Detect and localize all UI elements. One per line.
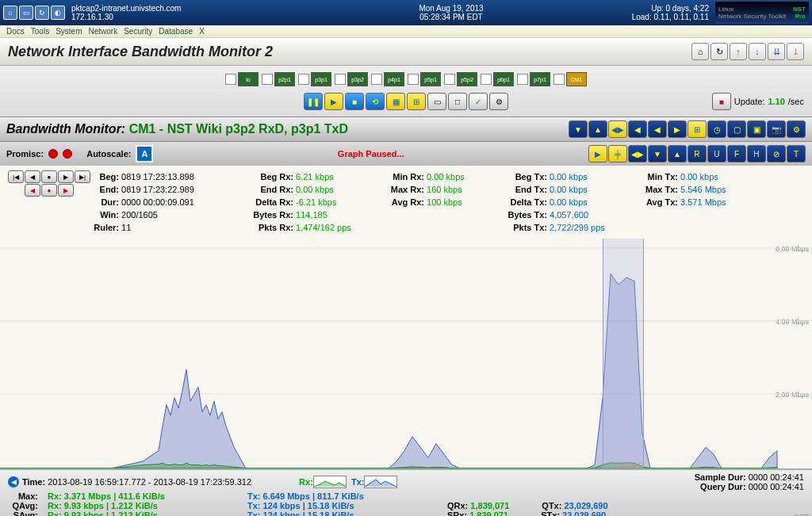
menu-system[interactable]: System bbox=[56, 27, 82, 36]
iface-check-p5p1[interactable] bbox=[408, 74, 419, 85]
iface-lo[interactable]: lo bbox=[238, 72, 259, 86]
date: Mon Aug 19, 2013 bbox=[419, 4, 483, 13]
nav-down-button[interactable]: ▼ bbox=[569, 120, 588, 138]
iface-p5p1[interactable]: p5p1 bbox=[420, 72, 441, 86]
zoom-fit-button[interactable]: ╪ bbox=[608, 145, 627, 162]
no-button[interactable]: ⊘ bbox=[767, 145, 786, 162]
stop-button[interactable]: ■ bbox=[345, 93, 364, 110]
reset-button[interactable]: ⟲ bbox=[366, 93, 385, 110]
menu-x[interactable]: X bbox=[199, 27, 205, 36]
zoom-selection[interactable]: ▲Z ▲T bbox=[603, 239, 644, 468]
grid-button[interactable]: ⊞ bbox=[407, 93, 426, 110]
menu-docs[interactable]: Docs bbox=[6, 27, 25, 36]
iface-check-CM1[interactable] bbox=[553, 74, 565, 85]
pad-red-r[interactable]: ▶ bbox=[58, 184, 74, 197]
paused-label: Graph Paused... bbox=[338, 149, 404, 159]
zoom-shrink-button[interactable]: ◀▶ bbox=[628, 145, 647, 162]
iface-check-lo[interactable] bbox=[225, 74, 236, 85]
refresh-icon[interactable]: ↻ bbox=[35, 6, 49, 20]
nav-frame-button[interactable]: ▣ bbox=[747, 120, 766, 138]
iface-check-p3p1[interactable] bbox=[298, 74, 309, 85]
uptime: Up: 0 days, 4:22 bbox=[632, 4, 709, 13]
zoom-up-button[interactable]: ▲ bbox=[668, 145, 687, 162]
last-icon[interactable]: ⤓ bbox=[787, 43, 804, 60]
iface-check-p2p1[interactable] bbox=[262, 74, 273, 85]
r-button[interactable]: R bbox=[688, 145, 707, 162]
iface-check-p5p2[interactable] bbox=[444, 74, 455, 85]
title-bar: Network Interface Bandwidth Monitor 2 ⌂ … bbox=[0, 38, 812, 66]
interface-selector: lop2p1p3p1p3p2p4p1p5p1p5p2p6p1p7p1CM1 bbox=[0, 69, 812, 90]
pad-c[interactable]: ● bbox=[41, 170, 57, 183]
iface-p3p1[interactable]: p3p1 bbox=[311, 72, 331, 86]
ip-address: 172.16.1.30 bbox=[71, 13, 181, 21]
time: 05:28:34 PM EDT bbox=[419, 13, 483, 21]
zoom-play-button[interactable]: ▶ bbox=[588, 145, 607, 162]
h-button[interactable]: H bbox=[747, 145, 766, 162]
help-icon[interactable]: ⌂ bbox=[691, 43, 709, 60]
nav-clock-button[interactable]: ◷ bbox=[707, 120, 726, 138]
home-icon[interactable]: ⌂ bbox=[3, 6, 17, 20]
hostname: pktcap2-intranet.univstech.com bbox=[71, 4, 181, 13]
settings-icon[interactable]: ⚙ bbox=[489, 93, 508, 110]
nav-next-button[interactable]: ▶ bbox=[668, 120, 687, 138]
nst-corner: NST bbox=[795, 513, 809, 516]
bandwidth-chart[interactable]: 6.00 Mbps 4.00 Mbps 2.00 Mbps ▲Z ▲T bbox=[0, 239, 812, 469]
rect-button[interactable]: ▭ bbox=[427, 93, 446, 110]
u-button[interactable]: U bbox=[707, 145, 726, 162]
iface-p5p2[interactable]: p5p2 bbox=[457, 72, 477, 86]
display-button[interactable]: ▦ bbox=[386, 93, 405, 110]
pause-button[interactable]: ❚❚ bbox=[304, 93, 323, 110]
menu-tools[interactable]: Tools bbox=[31, 27, 49, 36]
zoom-down-button[interactable]: ▼ bbox=[648, 145, 667, 162]
pad-l[interactable]: ◀ bbox=[25, 170, 40, 183]
double-down-icon[interactable]: ⇊ bbox=[768, 43, 785, 60]
iface-check-p4p1[interactable] bbox=[371, 74, 382, 85]
pad-red-c[interactable]: ● bbox=[41, 184, 57, 197]
nst-logo[interactable]: Linux Network Security Toolkit NST Pro bbox=[715, 2, 809, 24]
autoscale-button[interactable]: A bbox=[136, 145, 153, 162]
globe-icon[interactable]: ◐ bbox=[51, 6, 65, 20]
iface-check-p6p1[interactable] bbox=[481, 74, 492, 85]
record-button[interactable]: ■ bbox=[712, 93, 731, 110]
iface-p2p1[interactable]: p2p1 bbox=[274, 72, 295, 86]
iface-p4p1[interactable]: p4p1 bbox=[384, 72, 404, 86]
nav-first-button[interactable]: ◀ bbox=[628, 120, 647, 138]
iface-p7p1[interactable]: p7p1 bbox=[530, 72, 550, 86]
menu-security[interactable]: Security bbox=[124, 27, 152, 36]
t-button[interactable]: T bbox=[787, 145, 806, 162]
promisc-dot-1 bbox=[48, 149, 58, 159]
gear-icon[interactable]: ⚙ bbox=[787, 120, 806, 138]
menu-database[interactable]: Database bbox=[159, 27, 193, 36]
reload-icon[interactable]: ↻ bbox=[710, 43, 728, 60]
monitor-title: CM1 - NST Wiki p3p2 RxD, p3p1 TxD bbox=[129, 122, 348, 136]
up-icon[interactable]: ↑ bbox=[730, 43, 747, 60]
down-icon[interactable]: ↓ bbox=[749, 43, 766, 60]
pad-red-l[interactable]: ◀ bbox=[25, 184, 40, 197]
pad-ll[interactable]: |◀ bbox=[8, 170, 24, 183]
iface-p3p2[interactable]: p3p2 bbox=[347, 72, 368, 86]
iface-check-p3p2[interactable] bbox=[335, 74, 346, 85]
tx-minichart bbox=[364, 476, 397, 488]
camera-icon[interactable]: 📷 bbox=[767, 120, 786, 138]
rx-minichart bbox=[313, 476, 347, 488]
nav-box-button[interactable]: ▢ bbox=[727, 120, 746, 138]
nav-prev-button[interactable]: ◀ bbox=[648, 120, 667, 138]
scroll-left-icon[interactable]: ◀ bbox=[8, 476, 19, 487]
nav-pad: |◀ ◀ ● ▶ ▶| ◀ ● ▶ bbox=[8, 170, 90, 197]
nav-grid-button[interactable]: ⊞ bbox=[688, 120, 707, 138]
menu-network[interactable]: Network bbox=[89, 27, 118, 36]
iface-CM1[interactable]: CM1 bbox=[566, 72, 587, 86]
nav-up-button[interactable]: ▲ bbox=[588, 120, 607, 138]
nav-lr-button[interactable]: ◀▶ bbox=[608, 120, 627, 138]
iface-p6p1[interactable]: p6p1 bbox=[493, 72, 514, 86]
window-icon[interactable]: ▭ bbox=[19, 6, 33, 20]
iface-check-p7p1[interactable] bbox=[517, 74, 528, 85]
square-button[interactable]: □ bbox=[448, 93, 467, 110]
f-button[interactable]: F bbox=[727, 145, 746, 162]
page-title: Network Interface Bandwidth Monitor 2 bbox=[8, 44, 273, 60]
pad-rr[interactable]: ▶| bbox=[75, 170, 90, 183]
play-button[interactable]: ▶ bbox=[324, 93, 343, 110]
check-button[interactable]: ✓ bbox=[469, 93, 488, 110]
footer-panel: ◀ Time: 2013-08-19 16:59:17.772 - 2013-0… bbox=[0, 469, 812, 516]
pad-r[interactable]: ▶ bbox=[58, 170, 74, 183]
